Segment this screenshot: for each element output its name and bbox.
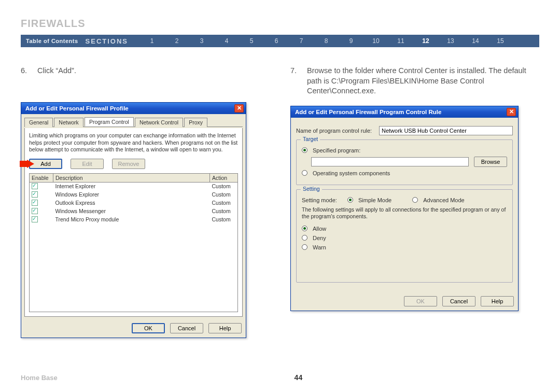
radio-advanced-mode[interactable] <box>412 197 418 203</box>
section-nav-bar: Table of Contents SECTIONS 1 2 3 4 5 6 7… <box>21 35 539 47</box>
cell-description: Outlook Express <box>53 199 210 207</box>
firewall-profile-dialog: Add or Edit Personal Firewall Profile ✕ … <box>21 102 246 338</box>
radio-simple-mode[interactable] <box>347 197 353 203</box>
section-link-14[interactable]: 14 <box>463 37 488 45</box>
radio-warn-label: Warn <box>313 244 326 250</box>
radio-os-components[interactable] <box>302 170 307 176</box>
tab-program-control[interactable]: Program Control <box>85 117 134 127</box>
checkbox-icon[interactable] <box>32 208 38 214</box>
table-row[interactable]: Windows Explorer Custom <box>30 191 238 199</box>
tab-network[interactable]: Network <box>54 118 83 127</box>
tab-general[interactable]: General <box>24 118 53 127</box>
close-icon[interactable]: ✕ <box>507 108 516 116</box>
step-text: Browse to the folder where Control Cente… <box>307 66 539 96</box>
edit-button[interactable]: Edit <box>71 159 104 169</box>
help-button[interactable]: Help <box>481 296 514 306</box>
dialog-titlebar[interactable]: Add or Edit Personal Firewall Program Co… <box>291 106 518 118</box>
cancel-button[interactable]: Cancel <box>170 323 203 333</box>
cell-action: Custom <box>210 182 238 191</box>
tab-proxy[interactable]: Proxy <box>184 118 207 127</box>
setting-mode-label: Setting mode: <box>302 197 342 203</box>
radio-advanced-mode-label: Advanced Mode <box>423 197 465 203</box>
rule-name-label: Name of program control rule: <box>296 128 374 134</box>
col-action[interactable]: Action <box>210 173 238 182</box>
radio-deny[interactable] <box>302 235 307 241</box>
checkbox-icon[interactable] <box>32 200 38 206</box>
section-link-5[interactable]: 5 <box>239 37 264 45</box>
cell-action: Custom <box>210 199 238 207</box>
radio-specified-program-label: Specified program: <box>313 147 360 153</box>
checkbox-icon[interactable] <box>32 191 38 198</box>
program-list-table[interactable]: Enable Description Action Internet Explo… <box>29 173 238 313</box>
table-row[interactable]: Internet Explorer Custom <box>30 182 238 191</box>
cell-description: Trend Micro Proxy module <box>53 216 210 224</box>
ok-button[interactable]: OK <box>404 296 437 306</box>
setting-description: The following settings will apply to all… <box>302 206 507 220</box>
section-link-11[interactable]: 11 <box>388 37 413 45</box>
section-link-8[interactable]: 8 <box>314 37 339 45</box>
dialog-title: Add or Edit Personal Firewall Profile <box>25 105 234 111</box>
step-7: 7. Browse to the folder where Control Ce… <box>290 66 539 96</box>
radio-allow-label: Allow <box>313 226 326 232</box>
close-icon[interactable]: ✕ <box>234 104 244 113</box>
cancel-button[interactable]: Cancel <box>442 296 475 306</box>
section-link-10[interactable]: 10 <box>363 37 388 45</box>
section-link-15[interactable]: 15 <box>488 37 513 45</box>
table-row[interactable]: Trend Micro Proxy module Custom <box>30 216 238 224</box>
tab-network-control[interactable]: Network Control <box>135 118 183 127</box>
section-link-12[interactable]: 12 <box>413 37 438 45</box>
section-link-3[interactable]: 3 <box>189 37 214 45</box>
cell-action: Custom <box>210 191 238 199</box>
dialog-tabs: General Network Program Control Network … <box>24 117 243 127</box>
dialog-titlebar[interactable]: Add or Edit Personal Firewall Profile ✕ <box>21 103 246 114</box>
radio-allow[interactable] <box>302 226 307 231</box>
page-number: 44 <box>295 373 303 382</box>
radio-os-components-label: Operating system components <box>313 170 390 176</box>
step-number: 7. <box>290 66 301 96</box>
col-enable[interactable]: Enable <box>30 173 53 182</box>
program-path-input[interactable] <box>311 157 469 166</box>
radio-specified-program[interactable] <box>302 147 307 153</box>
cell-description: Internet Explorer <box>53 182 210 191</box>
section-link-9[interactable]: 9 <box>339 37 363 45</box>
cell-description: Windows Messenger <box>53 207 210 216</box>
table-row[interactable]: Outlook Express Custom <box>30 199 238 207</box>
browse-button[interactable]: Browse <box>474 157 507 167</box>
sections-label: SECTIONS <box>86 37 128 45</box>
setting-legend: Setting <box>301 186 322 192</box>
radio-simple-mode-label: Simple Mode <box>358 197 391 203</box>
target-fieldset: Target Specified program: Browse Operati… <box>296 139 513 185</box>
callout-arrow-icon <box>20 160 34 168</box>
footer-doc-name: Home Base <box>21 374 58 382</box>
table-row[interactable]: Windows Messenger Custom <box>30 207 238 216</box>
info-paragraph: Limiting which programs on your computer… <box>29 132 238 153</box>
step-text: Click “Add”. <box>37 66 270 93</box>
section-link-7[interactable]: 7 <box>289 37 314 45</box>
toc-link[interactable]: Table of Contents <box>26 38 78 44</box>
radio-deny-label: Deny <box>313 235 326 241</box>
remove-button[interactable]: Remove <box>112 159 145 169</box>
section-link-13[interactable]: 13 <box>438 37 463 45</box>
rule-name-row: Name of program control rule: <box>296 126 513 135</box>
help-button[interactable]: Help <box>208 323 242 333</box>
target-legend: Target <box>301 136 320 142</box>
checkbox-icon[interactable] <box>32 216 38 222</box>
rule-name-input[interactable] <box>379 126 513 135</box>
step-6: 6. Click “Add”. <box>21 66 270 93</box>
page-title: FIREWALLS <box>21 18 539 30</box>
section-link-1[interactable]: 1 <box>139 37 164 45</box>
cell-action: Custom <box>210 207 238 216</box>
step-number: 6. <box>21 66 31 93</box>
col-description[interactable]: Description <box>53 173 210 182</box>
dialog-title: Add or Edit Personal Firewall Program Co… <box>295 109 507 115</box>
section-link-6[interactable]: 6 <box>264 37 289 45</box>
section-link-4[interactable]: 4 <box>214 37 239 45</box>
cell-action: Custom <box>210 216 238 224</box>
ok-button[interactable]: OK <box>132 323 165 333</box>
section-link-2[interactable]: 2 <box>164 37 189 45</box>
setting-fieldset: Setting Setting mode: Simple Mode Advanc… <box>296 189 513 283</box>
checkbox-icon[interactable] <box>32 183 38 189</box>
program-rule-dialog: Add or Edit Personal Firewall Program Co… <box>290 106 519 311</box>
radio-warn[interactable] <box>302 244 307 250</box>
cell-description: Windows Explorer <box>53 191 210 199</box>
